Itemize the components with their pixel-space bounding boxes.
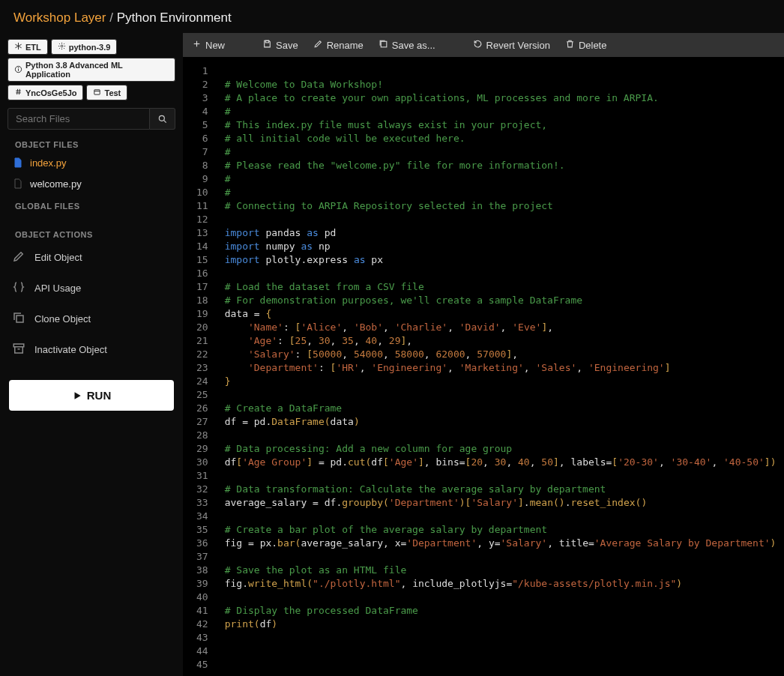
line-number: 4 <box>196 105 208 118</box>
line-number: 15 <box>196 253 208 267</box>
code-line[interactable]: import pandas as pd <box>225 226 777 240</box>
code-line[interactable]: 'Department': ['HR', 'Engineering', 'Mar… <box>225 361 777 375</box>
breadcrumb-page: Python Environment <box>117 10 232 25</box>
code-line[interactable]: import plotly.express as px <box>225 253 777 267</box>
code-line[interactable]: # Save the plot as an HTML file <box>225 564 777 577</box>
tag-label: Test <box>104 88 121 97</box>
action-api-usage[interactable]: API Usage <box>7 273 175 304</box>
code-line[interactable] <box>225 213 777 226</box>
toolbar-delete[interactable]: Delete <box>565 39 607 51</box>
braces-icon <box>12 280 25 296</box>
breadcrumb-root[interactable]: Workshop Layer <box>13 10 106 25</box>
code-line[interactable]: # Create a bar plot of the average salar… <box>225 523 777 537</box>
code-line[interactable]: # Data transformation: Calculate the ave… <box>225 483 777 496</box>
toolbar-save[interactable]: Save <box>262 39 298 51</box>
file-item-index-py[interactable]: index.py <box>7 152 175 173</box>
code-line[interactable]: # Load the dataset from a CSV file <box>225 280 777 294</box>
run-button[interactable]: RUN <box>9 380 174 411</box>
code-line[interactable]: # For demonstration purposes, we'll crea… <box>225 294 777 307</box>
code-line[interactable]: } <box>225 375 777 388</box>
code-line[interactable]: # <box>225 186 777 199</box>
line-number: 34 <box>196 510 208 523</box>
code-line[interactable]: # Data processing: Add a new column for … <box>225 442 777 456</box>
code-line[interactable]: average_salary = df.groupby('Department'… <box>225 496 777 510</box>
search-input[interactable] <box>7 108 150 130</box>
code-line[interactable] <box>225 429 777 442</box>
code-line[interactable]: df = pd.DataFrame(data) <box>225 415 777 429</box>
tag-yncosge5jo[interactable]: YncOsGe5Jo <box>7 85 83 100</box>
code-line[interactable]: data = { <box>225 307 777 321</box>
line-number: 36 <box>196 537 208 550</box>
line-number: 7 <box>196 145 208 159</box>
search-icon <box>157 114 168 124</box>
line-number: 33 <box>196 496 208 510</box>
tag-etl[interactable]: ETL <box>7 39 48 55</box>
file-item-welcome-py[interactable]: welcome.py <box>7 173 175 194</box>
code-line[interactable]: print(df) <box>225 618 777 631</box>
line-number: 39 <box>196 577 208 591</box>
line-number: 32 <box>196 483 208 496</box>
line-number: 45 <box>196 658 208 672</box>
action-clone-object[interactable]: Clone Object <box>7 304 175 334</box>
code-line[interactable]: # This index.py file must always exist i… <box>225 118 777 132</box>
toolbar-save-as-[interactable]: Save as... <box>379 39 435 51</box>
code-line[interactable]: fig.write_html("./plotly.html", include_… <box>225 577 777 591</box>
toolbar-new[interactable]: New <box>192 39 225 51</box>
tag-python-3-9[interactable]: python-3.9 <box>51 39 118 55</box>
tag-python-3-8-advanced-ml-application[interactable]: Python 3.8 Advanced ML Application <box>7 58 175 82</box>
svg-rect-11 <box>94 90 100 94</box>
code-line[interactable] <box>225 64 777 78</box>
line-number: 27 <box>196 415 208 429</box>
code-line[interactable]: 'Age': [25, 30, 35, 40, 29], <box>225 334 777 348</box>
code-line[interactable]: # <box>225 145 777 159</box>
code-editor[interactable]: 1234567891011121314151617181920212223242… <box>183 57 784 676</box>
code-line[interactable]: # A place to create your own application… <box>225 91 777 105</box>
code-line[interactable]: # <box>225 172 777 186</box>
code-line[interactable]: 'Name': ['Alice', 'Bob', 'Charlie', 'Dav… <box>225 321 777 334</box>
code-line[interactable]: # Display the processed DataFrame <box>225 604 777 618</box>
line-number: 23 <box>196 361 208 375</box>
code-line[interactable]: # Create a DataFrame <box>225 402 777 415</box>
code-line[interactable]: # <box>225 105 777 118</box>
code-line[interactable]: fig = px.bar(average_salary, x='Departme… <box>225 537 777 550</box>
line-number: 38 <box>196 564 208 577</box>
code-line[interactable]: # Welcome to Data Workshop! <box>225 78 777 91</box>
action-inactivate-object[interactable]: Inactivate Object <box>7 334 175 365</box>
code-line[interactable] <box>225 469 777 483</box>
line-number: 26 <box>196 402 208 415</box>
code-line[interactable] <box>225 388 777 402</box>
search-button[interactable] <box>150 108 175 130</box>
code-line[interactable] <box>225 645 777 658</box>
line-number: 11 <box>196 199 208 213</box>
toolbar-revert-version[interactable]: Revert Version <box>473 39 550 51</box>
code-line[interactable]: import numpy as np <box>225 240 777 253</box>
action-edit-object[interactable]: Edit Object <box>7 242 175 273</box>
code-line[interactable]: 'Salary': [50000, 54000, 58000, 62000, 5… <box>225 348 777 361</box>
code-line[interactable] <box>225 631 777 645</box>
file-name: welcome.py <box>30 178 82 190</box>
code-line[interactable] <box>225 591 777 604</box>
svg-line-14 <box>163 120 166 122</box>
line-number: 44 <box>196 645 208 658</box>
line-number: 31 <box>196 469 208 483</box>
tag-label: ETL <box>25 43 41 52</box>
toolbar-rename[interactable]: Rename <box>313 39 364 51</box>
file-icon <box>12 157 24 169</box>
tag-test[interactable]: Test <box>86 85 127 100</box>
line-number: 3 <box>196 91 208 105</box>
svg-rect-16 <box>13 344 24 347</box>
code-line[interactable]: df['Age Group'] = pd.cut(df['Age'], bins… <box>225 456 777 469</box>
code-line[interactable]: # Please read the "welcome.py" file for … <box>225 159 777 172</box>
svg-point-13 <box>159 115 164 121</box>
code-line[interactable]: # all initial code will be executed here… <box>225 132 777 145</box>
toolbar-label: Delete <box>579 40 607 51</box>
toolbar-label: Revert Version <box>486 40 550 51</box>
code-line[interactable] <box>225 550 777 564</box>
file-name: index.py <box>30 157 66 169</box>
code-line[interactable]: # Connecting to ARPIA Repository selecte… <box>225 199 777 213</box>
code-content[interactable]: # Welcome to Data Workshop!# A place to … <box>216 57 784 676</box>
code-line[interactable] <box>225 658 777 672</box>
code-line[interactable] <box>225 510 777 523</box>
code-line[interactable] <box>225 267 777 280</box>
line-number: 29 <box>196 442 208 456</box>
